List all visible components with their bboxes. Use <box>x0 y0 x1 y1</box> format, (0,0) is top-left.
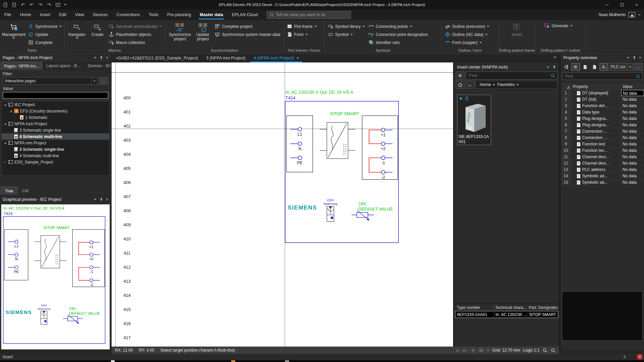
undo-icon[interactable]: ↶ <box>29 2 34 7</box>
property-row[interactable]: 11Channel desi...No data <box>561 154 644 160</box>
close-button[interactable]: × <box>629 0 644 9</box>
insert-center-pin-icon[interactable] <box>552 65 556 69</box>
menu-tab-file[interactable]: File <box>0 9 15 20</box>
tree-item[interactable]: 4 Schematic multi-line <box>2 133 109 140</box>
tree-item[interactable]: 1 Schematic <box>2 114 109 121</box>
property-value[interactable]: No data <box>621 122 644 128</box>
menu-tab-connections[interactable]: Connections <box>112 9 145 20</box>
filter-combobox[interactable]: Interactive pages <box>3 77 97 85</box>
home-button[interactable] <box>456 81 465 89</box>
property-value[interactable]: No data <box>621 90 644 96</box>
insert-center-find[interactable] <box>466 72 558 80</box>
property-value[interactable]: No data <box>621 109 644 115</box>
filter-more-button[interactable]: ... <box>99 77 108 85</box>
pages-bottom-tab-tree[interactable]: Tree <box>1 187 17 195</box>
create-button[interactable]: Create <box>89 22 106 37</box>
breadcrumb[interactable]: Home▶Favorites▶ <box>476 81 558 89</box>
previous-page-icon[interactable] <box>3 2 8 7</box>
tree-item[interactable]: NFPA mm Project <box>2 140 109 146</box>
property-row[interactable]: 10Function tex...No data <box>561 147 644 154</box>
zoom-icon[interactable] <box>551 348 556 353</box>
property-value[interactable]: No data <box>621 96 644 102</box>
generate-automatically-button[interactable]: Generate automatically <box>108 22 163 30</box>
symbol-button[interactable]: Symbol <box>327 31 366 38</box>
tree-item[interactable]: NFPA Inch Project <box>2 121 109 127</box>
tellme-search[interactable]: Tell me what you want to do <box>267 11 351 19</box>
property-column-header[interactable]: Property <box>571 83 621 90</box>
undo-list-icon[interactable]: ↶ <box>20 2 26 7</box>
update-button[interactable]: Update <box>27 31 63 38</box>
synchronize-project-button[interactable]: Synchronize project <box>167 22 192 41</box>
generate-button[interactable]: Generate <box>543 22 574 30</box>
part-table-header[interactable]: Type number <box>455 305 493 310</box>
editor-tab-2[interactable]: 4 (NFPA Inch Project)× <box>249 54 303 62</box>
property-value[interactable]: No data <box>621 103 644 109</box>
paste-properties-button[interactable] <box>590 63 599 71</box>
complete-button[interactable]: Complete <box>27 39 63 46</box>
redo-icon[interactable]: ↷ <box>38 2 43 7</box>
tree-item[interactable]: &EFS (Circuitry documents) <box>2 108 109 114</box>
navigator-button[interactable]: Navigator <box>67 22 87 39</box>
tree-item[interactable]: ▷ESS_Sample_Project <box>2 159 109 165</box>
tree-item[interactable]: 3 Schematic single-line <box>2 127 109 133</box>
outline-extrusion-button[interactable]: Outline (extrusion) <box>444 22 490 30</box>
snap-icon[interactable]: ∩ <box>456 348 459 353</box>
identifier-sets-button[interactable]: Identifier sets <box>367 39 429 46</box>
pages-bottom-tab-list[interactable]: List <box>18 187 33 195</box>
user-filter-button[interactable] <box>600 63 608 71</box>
property-value[interactable]: No data <box>621 116 644 122</box>
property-row[interactable]: 1DT (displayed)No data <box>561 90 644 96</box>
tree-expander-icon[interactable] <box>9 110 12 112</box>
schematic-canvas[interactable]: 4004014024034044054064074084094104114124… <box>112 62 453 347</box>
outline-nc-data-button[interactable]: Outline (NC data) <box>444 31 490 38</box>
delete-placement-icon[interactable]: ✕ <box>55 2 61 7</box>
tab-list-caret-icon[interactable] <box>554 57 556 58</box>
tree-item[interactable]: 3 Schematic single-line <box>2 146 109 152</box>
management-button[interactable]: Management <box>2 22 26 39</box>
complete-project-button[interactable]: Complete project <box>213 22 281 30</box>
grid-display-icon[interactable] <box>479 348 484 353</box>
minimize-button[interactable] <box>600 0 614 9</box>
tree-view-button[interactable] <box>562 63 570 71</box>
property-value[interactable]: No data <box>621 167 644 173</box>
property-table-corner[interactable] <box>561 83 571 90</box>
property-row[interactable]: 12Channel desi...No data <box>561 160 644 167</box>
menu-tab-insert[interactable]: Insert <box>36 9 55 20</box>
pages-panel-close-icon[interactable]: × <box>106 55 108 60</box>
breadcrumb-item-favorites[interactable]: Favorites <box>497 82 515 87</box>
connecting-points-button[interactable]: Connecting points <box>367 22 429 30</box>
user-account-icon[interactable] <box>629 12 635 17</box>
preview-panel-menu-icon[interactable] <box>94 199 96 200</box>
snap-alt-icon[interactable]: ∩: <box>462 348 468 353</box>
menu-tab-home[interactable]: Home <box>15 9 35 20</box>
property-overview-pin-icon[interactable] <box>632 56 636 60</box>
property-value[interactable]: No data <box>621 179 644 185</box>
menu-tab-tools[interactable]: Tools <box>144 9 163 20</box>
pages-panel-pin-icon[interactable] <box>99 56 103 60</box>
find-magnifier-icon[interactable] <box>551 73 555 78</box>
property-overview-close-icon[interactable]: × <box>639 55 641 60</box>
redo-list-icon[interactable]: ↷ <box>46 2 52 7</box>
coordinate-crosshair-icon[interactable] <box>471 348 476 353</box>
part-table-header[interactable]: Part: Designatio... <box>527 305 558 310</box>
property-row[interactable]: 13PLC addressNo data <box>561 167 644 173</box>
restore-button[interactable] <box>614 0 629 9</box>
editor-tab-0[interactable]: =GAB2+A2&EFS1/1 (ESS_Sample_Project) <box>112 54 202 62</box>
symbol-library-button[interactable]: Symbol library <box>327 22 366 30</box>
property-overview-menu-icon[interactable] <box>627 57 630 58</box>
property-value[interactable]: No data <box>621 154 644 160</box>
menu-tab-pre-planning[interactable]: Pre-planning <box>163 9 195 20</box>
editor-tab-1[interactable]: 3 (NFPA mm Project) <box>202 54 249 62</box>
tree-expander-icon[interactable]: ▷ <box>3 161 7 164</box>
pages-panel-menu-icon[interactable] <box>94 57 96 58</box>
filter-combo-caret[interactable] <box>91 78 97 84</box>
quick-access-caret[interactable] <box>64 4 67 5</box>
property-row[interactable]: 3Function def...No data <box>561 103 644 109</box>
bookmark-icon[interactable] <box>465 96 469 101</box>
tree-expander-icon[interactable] <box>3 123 7 125</box>
property-row[interactable]: 5Plug designa...No data <box>561 116 644 122</box>
menu-tab-eplan-cloud[interactable]: EPLAN Cloud <box>228 9 262 20</box>
copy-properties-button[interactable] <box>581 63 589 71</box>
preview-panel-pin-icon[interactable] <box>99 197 103 201</box>
next-page-icon[interactable] <box>11 2 17 7</box>
